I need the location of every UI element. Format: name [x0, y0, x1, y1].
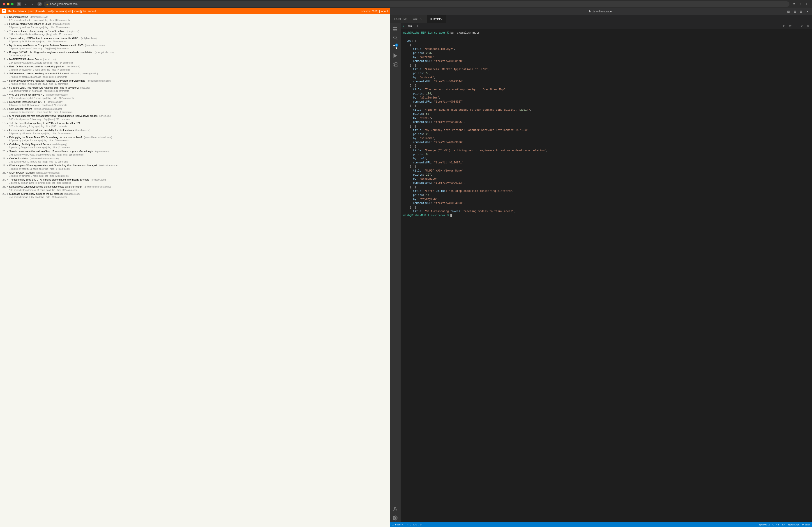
fullscreen-button[interactable] — [11, 3, 14, 5]
split-editor-btn[interactable]: ⊟ — [798, 9, 804, 14]
title-link[interactable]: The current state of map design in OpenS… — [9, 30, 65, 32]
item-by[interactable]: thunderbong — [23, 189, 36, 191]
status-language[interactable]: TypeScript — [788, 523, 800, 526]
vote-arrow[interactable]: ▲ — [6, 72, 9, 75]
vote-arrow[interactable]: ▲ — [6, 65, 9, 68]
item-flags[interactable]: flag | hide | 12 comments — [43, 83, 68, 85]
nav-threads[interactable]: threads — [36, 10, 45, 13]
item-by[interactable]: georgehill — [23, 97, 33, 100]
item-flags[interactable]: flag | hide | 4 comments — [46, 69, 70, 71]
vote-arrow[interactable]: ▲ — [6, 37, 9, 40]
status-line-ending[interactable]: LF — [782, 523, 785, 526]
tab-terminal[interactable]: TERMINAL — [427, 15, 446, 23]
title-link[interactable]: Senate passes reauthorization of key US … — [9, 150, 93, 153]
back-button[interactable]: ‹ — [23, 2, 29, 6]
trash-terminal-btn[interactable]: 🗑 — [788, 24, 793, 28]
title-link[interactable]: Why you should not apply to YC — [9, 93, 44, 96]
item-by[interactable]: andreyk — [22, 26, 30, 29]
item-flags[interactable]: flag | hide | 159 comments — [40, 196, 67, 198]
title-link[interactable]: Ceefax Simulator — [9, 157, 28, 160]
title-link[interactable]: The legendary Zilog Z80 CPU is being dis… — [9, 178, 89, 181]
title-link[interactable]: 50 Years Later, This Apollo-Era Antenna … — [9, 86, 79, 89]
bookmark-button[interactable]: ⊕ — [791, 1, 797, 7]
title-link[interactable]: Dehydrated: Letsencrypt/acme client impl… — [9, 185, 82, 188]
vote-arrow[interactable]: ▲ — [6, 79, 9, 82]
activity-run[interactable] — [391, 51, 399, 60]
vote-arrow[interactable]: ▲ — [6, 136, 9, 139]
new-terminal-btn[interactable]: + — [415, 24, 420, 28]
vote-arrow[interactable]: ▲ — [6, 143, 9, 146]
item-flags[interactable]: flag | hide | 393 comments — [41, 125, 67, 127]
nav-past[interactable]: past — [47, 10, 52, 13]
vote-arrow[interactable]: ▲ — [6, 44, 9, 47]
title-link[interactable]: Earth Online: non-stop satellite monitor… — [9, 65, 65, 68]
sidebar-toggle-title-btn[interactable]: ⊡ — [786, 9, 791, 14]
forward-button[interactable]: › — [29, 2, 35, 6]
title-link[interactable]: HelloKitty ransomware rebrands, releases… — [9, 79, 85, 82]
item-flags[interactable]: flag | hide | 64 comments — [44, 168, 70, 170]
item-flags[interactable]: flag | hide | 21 comments — [42, 104, 67, 106]
share-button[interactable]: ↑ — [798, 1, 803, 7]
minimize-button[interactable] — [7, 3, 10, 5]
item-flags[interactable]: flag | hide | 6 comments — [48, 111, 72, 114]
item-by[interactable]: dang — [23, 125, 28, 127]
item-flags[interactable]: flag | hide | 81 comments — [45, 19, 70, 21]
item-by[interactable]: altilunium — [23, 33, 33, 35]
title-link[interactable]: Doomscroller.xyz — [9, 16, 28, 18]
item-by[interactable]: fesens — [22, 76, 29, 78]
item-by[interactable]: jnord — [23, 90, 28, 92]
tab-output[interactable]: OUTPUT — [410, 15, 427, 23]
vote-arrow[interactable]: ▲ — [6, 58, 9, 61]
item-by[interactable]: feydaykyn — [22, 69, 32, 71]
item-flags[interactable]: flag | hide | 75 comments — [44, 139, 69, 142]
status-prettier[interactable]: Prettier — [802, 523, 810, 526]
item-flags[interactable]: flag | hide | discuss — [52, 182, 71, 184]
item-flags[interactable]: flag | hide | 107 comments — [47, 97, 74, 100]
item-by[interactable]: fanf2 — [22, 40, 27, 43]
activity-account[interactable] — [391, 505, 399, 513]
title-link[interactable]: Coz: Causal Profiling — [9, 107, 32, 110]
item-by[interactable]: Borganicbits — [21, 146, 33, 149]
vote-arrow[interactable]: ▲ — [6, 22, 9, 26]
item-flags[interactable]: flag | hide | 4 comments — [45, 47, 69, 50]
item-flags[interactable]: flag | hide | 64 comments — [48, 62, 73, 64]
vote-arrow[interactable]: ▲ — [6, 51, 9, 54]
activity-explorer[interactable] — [391, 25, 399, 33]
item-by[interactable]: cl3misch — [22, 132, 31, 135]
status-encoding[interactable]: UTF-8 — [772, 523, 780, 526]
item-by[interactable]: sam42 — [22, 83, 29, 85]
vote-arrow[interactable]: ▲ — [6, 101, 9, 104]
status-spaces[interactable]: Spaces: 2 — [759, 523, 770, 526]
nav-jobs[interactable]: jobs — [81, 10, 86, 13]
item-by[interactable]: rbanffy — [22, 168, 29, 170]
vote-arrow[interactable]: ▲ — [6, 150, 9, 153]
item-flags[interactable]: flag | hide | 34 comments — [46, 132, 72, 135]
vote-arrow[interactable]: ▲ — [6, 16, 9, 18]
activity-source-control[interactable]: 1 — [391, 43, 399, 51]
tab-more-btn[interactable]: ··· — [806, 17, 810, 21]
title-link[interactable]: MuPDF WASM Viewer Demo — [9, 58, 42, 61]
item-by[interactable]: jseliger — [22, 139, 29, 142]
item-by[interactable]: arfrank — [23, 19, 30, 21]
status-branch[interactable]: ⎇ main* ↻ — [392, 523, 404, 526]
title-link[interactable]: Supabase Storage now supports the S3 pro… — [9, 193, 63, 195]
vote-arrow[interactable]: ▲ — [6, 164, 9, 167]
title-link[interactable]: Tips on adding JSON output to your comma… — [9, 37, 79, 40]
item-by[interactable]: saloama — [22, 47, 31, 50]
item-flags[interactable]: flag | hide | 39 comments — [42, 40, 67, 43]
more-terminal-btn[interactable]: ··· — [794, 24, 798, 28]
item-by[interactable]: rvmj — [23, 161, 28, 163]
item-flags[interactable]: flag | hide | 1 comment — [47, 146, 70, 149]
item-by[interactable]: amichail — [22, 175, 30, 177]
item-flags[interactable]: hide — [25, 54, 30, 57]
sidebar-toggle-btn[interactable]: ⊟ — [17, 2, 21, 6]
nav-ask[interactable]: ask — [68, 10, 72, 13]
terminal-content[interactable]: mish@Mishs-MBP llm-scraper % bun example… — [401, 29, 812, 522]
vote-arrow[interactable]: ▲ — [6, 115, 9, 118]
item-flags[interactable]: flag | hide | 82 comments — [52, 189, 77, 191]
vote-arrow[interactable]: ▲ — [6, 30, 9, 33]
title-link[interactable]: U-M finds students with alphabetically l… — [9, 115, 98, 117]
item-flags[interactable]: flag | hide | 31 comments — [44, 90, 69, 92]
item-by[interactable]: WhyUVoteGarbage — [23, 153, 43, 156]
title-link[interactable]: Debugging the Doctor Brain: Who's teachi… — [9, 136, 82, 139]
